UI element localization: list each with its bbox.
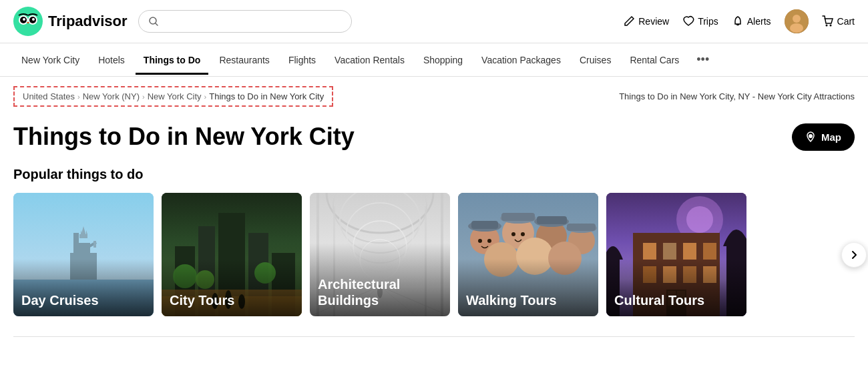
sidebar-item-vacation-rentals[interactable]: Vacation Rentals <box>327 45 413 75</box>
card-cultural-tours[interactable]: Cultural Tours <box>606 193 746 316</box>
svg-rect-72 <box>567 224 596 231</box>
pen-icon <box>623 15 635 27</box>
svg-point-12 <box>829 25 831 27</box>
sidebar-item-nyc[interactable]: New York City <box>13 45 87 75</box>
sidebar-item-things-to-do[interactable]: Things to Do <box>136 45 209 75</box>
card-architectural[interactable]: Architectural Buildings <box>310 193 450 316</box>
svg-point-10 <box>790 23 803 33</box>
logo-text: Tripadvisor <box>48 13 128 30</box>
arrow-right-icon <box>849 250 859 260</box>
svg-rect-66 <box>471 221 498 229</box>
review-label: Review <box>638 16 669 27</box>
nav-more-icon[interactable]: ••• <box>690 43 716 76</box>
svg-rect-25 <box>93 241 96 248</box>
breadcrumb-united-states[interactable]: United States <box>23 91 75 101</box>
breadcrumb-new-york-ny[interactable]: New York (NY) <box>83 91 140 101</box>
svg-point-74 <box>487 239 491 243</box>
next-arrow-button[interactable] <box>841 242 867 268</box>
bottom-divider <box>13 336 855 337</box>
sidebar-item-hotels[interactable]: Hotels <box>90 45 133 75</box>
svg-point-76 <box>521 232 525 236</box>
bell-icon <box>732 15 744 27</box>
logo[interactable]: Tripadvisor <box>13 7 128 36</box>
svg-rect-85 <box>683 243 696 260</box>
cart-label: Cart <box>837 16 855 27</box>
svg-point-13 <box>809 134 813 138</box>
review-action[interactable]: Review <box>623 15 669 27</box>
breadcrumb-current: Things to Do in New York City <box>209 91 324 101</box>
page-title-area: Things to Do in New York City Map <box>0 116 868 167</box>
trips-action[interactable]: Trips <box>682 15 718 27</box>
card-cultural-tours-label: Cultural Tours <box>606 259 746 316</box>
svg-rect-70 <box>537 216 567 224</box>
card-walking-tours-label: Walking Tours <box>458 259 598 316</box>
cart-icon <box>822 15 834 27</box>
header: Tripadvisor Review Trips Alerts <box>0 0 868 43</box>
search-icon <box>148 16 159 27</box>
breadcrumb: United States › New York (NY) › New York… <box>13 86 333 107</box>
svg-point-6 <box>32 18 35 21</box>
sidebar-item-rental-cars[interactable]: Rental Cars <box>622 45 687 75</box>
card-city-tours-label: City Tours <box>162 259 302 316</box>
tripadvisor-logo-icon <box>13 7 43 36</box>
map-button[interactable]: Map <box>792 123 855 151</box>
breadcrumb-sep-2: › <box>142 93 145 101</box>
breadcrumb-new-york-city[interactable]: New York City <box>148 91 202 101</box>
section-title: Popular things to do <box>13 167 855 182</box>
trips-label: Trips <box>698 16 718 27</box>
cart-action[interactable]: Cart <box>822 15 855 27</box>
svg-rect-83 <box>643 243 656 260</box>
map-pin-icon <box>805 131 816 142</box>
svg-rect-18 <box>77 243 90 255</box>
sidebar-item-vacation-packages[interactable]: Vacation Packages <box>473 45 569 75</box>
map-button-label: Map <box>821 131 841 143</box>
alerts-label: Alerts <box>747 16 771 27</box>
svg-point-73 <box>478 239 482 243</box>
card-walking-tours[interactable]: Walking Tours <box>458 193 598 316</box>
svg-point-11 <box>825 25 827 27</box>
card-day-cruises[interactable]: Day Cruises <box>13 193 154 316</box>
breadcrumb-area: United States › New York (NY) › New York… <box>0 77 868 116</box>
search-bar[interactable] <box>138 10 352 33</box>
svg-point-9 <box>793 15 801 23</box>
svg-rect-84 <box>663 243 676 260</box>
alerts-action[interactable]: Alerts <box>732 15 771 27</box>
header-actions: Review Trips Alerts <box>623 9 855 33</box>
cards-container: Day Cruises <box>13 193 855 316</box>
sidebar-item-shopping[interactable]: Shopping <box>415 45 471 75</box>
breadcrumb-right-text: Things to Do in New York City, NY - New … <box>619 91 855 101</box>
svg-point-0 <box>13 7 43 36</box>
avatar-icon <box>785 9 809 33</box>
sidebar-item-flights[interactable]: Flights <box>280 45 324 75</box>
card-city-tours[interactable]: City Tours <box>162 193 302 316</box>
breadcrumb-sep-1: › <box>77 93 80 101</box>
card-architectural-label: Architectural Buildings <box>310 243 450 316</box>
svg-rect-20 <box>79 234 87 238</box>
svg-rect-86 <box>703 243 716 260</box>
svg-point-79 <box>686 206 713 233</box>
search-input[interactable] <box>164 16 342 27</box>
svg-rect-68 <box>501 213 535 221</box>
svg-point-5 <box>23 18 25 21</box>
popular-section: Popular things to do <box>0 167 868 330</box>
heart-icon <box>682 15 694 27</box>
breadcrumb-sep-3: › <box>204 93 207 101</box>
page-title: Things to Do in New York City <box>13 123 355 151</box>
sidebar-item-cruises[interactable]: Cruises <box>572 45 619 75</box>
main-nav: New York City Hotels Things to Do Restau… <box>0 43 868 77</box>
avatar[interactable] <box>785 9 809 33</box>
svg-point-75 <box>511 232 515 236</box>
card-day-cruises-label: Day Cruises <box>13 259 154 316</box>
sidebar-item-restaurants[interactable]: Restaurants <box>211 45 277 75</box>
